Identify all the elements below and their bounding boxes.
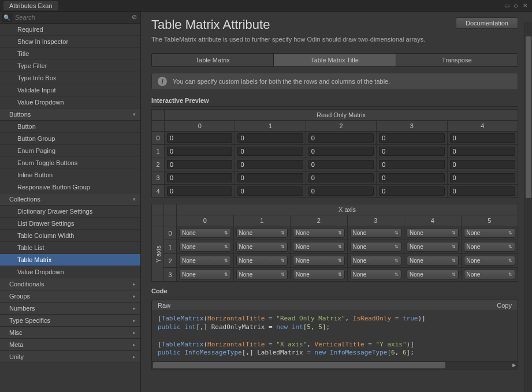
- matrix-cell[interactable]: [379, 173, 444, 182]
- dropdown-arrow-icon: ⇅: [452, 230, 456, 236]
- sidebar-item[interactable]: Responsive Button Group: [0, 181, 140, 193]
- h-scrollbar-thumb[interactable]: [153, 362, 445, 368]
- matrix-dropdown[interactable]: None⇅: [464, 242, 516, 252]
- matrix-dropdown[interactable]: None⇅: [407, 242, 459, 252]
- window-tab[interactable]: Attributes Exan: [3, 1, 58, 10]
- sidebar-item[interactable]: Inline Button: [0, 169, 140, 181]
- matrix-cell[interactable]: [450, 186, 515, 196]
- sidebar-item[interactable]: List Drawer Settings: [0, 218, 140, 230]
- sidebar-category[interactable]: Meta▸: [0, 339, 140, 351]
- tab-btn[interactable]: Transpose: [396, 54, 518, 66]
- matrix-dropdown[interactable]: None⇅: [179, 242, 231, 252]
- sidebar-item[interactable]: Value Dropdown: [0, 96, 140, 109]
- dropdown-arrow-icon: ⇅: [281, 258, 285, 263]
- copy-button[interactable]: Copy: [491, 300, 518, 311]
- matrix-dropdown[interactable]: None⇅: [350, 242, 402, 252]
- matrix-cell[interactable]: [308, 133, 374, 143]
- matrix-cell[interactable]: [237, 173, 303, 182]
- code-title: Code: [151, 288, 518, 297]
- sidebar-item[interactable]: Required: [0, 24, 140, 36]
- sidebar-category[interactable]: Groups▸: [0, 290, 140, 303]
- tab-btn[interactable]: Table Matrix Title: [274, 54, 396, 66]
- sidebar-item[interactable]: Type Info Box: [0, 72, 140, 84]
- documentation-button[interactable]: Documentation: [456, 17, 518, 29]
- sidebar-category[interactable]: Collections▾: [0, 193, 140, 206]
- matrix-dropdown[interactable]: None⇅: [464, 270, 516, 279]
- matrix-cell[interactable]: [237, 186, 303, 196]
- search-input[interactable]: [12, 12, 130, 23]
- matrix-cell[interactable]: [379, 160, 444, 169]
- matrix-cell[interactable]: [308, 160, 374, 169]
- matrix-dropdown[interactable]: None⇅: [236, 228, 288, 238]
- sidebar-item[interactable]: Type Filter: [0, 60, 140, 72]
- matrix-dropdown[interactable]: None⇅: [293, 242, 345, 252]
- info-box: i You can specify custom labels for both…: [151, 73, 518, 90]
- close-icon[interactable]: ✕: [522, 2, 529, 9]
- code-h-scrollbar[interactable]: ◀ ▶: [151, 361, 518, 369]
- matrix-dropdown[interactable]: None⇅: [350, 270, 402, 279]
- matrix-cell[interactable]: [450, 160, 515, 169]
- matrix-dropdown[interactable]: None⇅: [350, 256, 402, 266]
- sidebar-item[interactable]: Enum Paging: [0, 145, 140, 157]
- matrix-cell[interactable]: [379, 147, 444, 156]
- sidebar-category[interactable]: Conditionals▸: [0, 278, 140, 290]
- sidebar-item[interactable]: Table List: [0, 242, 140, 254]
- sidebar-item[interactable]: Title: [0, 48, 140, 60]
- sidebar-category[interactable]: Misc▸: [0, 327, 140, 339]
- sidebar-item[interactable]: Value Dropdown: [0, 266, 140, 278]
- matrix-cell[interactable]: [450, 173, 515, 182]
- matrix-cell[interactable]: [237, 133, 303, 143]
- matrix-dropdown[interactable]: None⇅: [293, 270, 345, 279]
- matrix-cell[interactable]: [450, 133, 515, 143]
- sidebar-item[interactable]: Table Column Width: [0, 230, 140, 242]
- matrix-dropdown[interactable]: None⇅: [236, 242, 288, 252]
- matrix-cell[interactable]: [167, 160, 232, 169]
- dropdown-arrow-icon: ⇅: [224, 244, 228, 249]
- matrix-cell[interactable]: [379, 133, 444, 143]
- matrix-cell[interactable]: [167, 147, 232, 156]
- matrix-dropdown[interactable]: None⇅: [407, 270, 459, 279]
- tab-btn[interactable]: Table Matrix: [152, 54, 274, 66]
- sidebar-item[interactable]: Validate Input: [0, 84, 140, 96]
- search-icon[interactable]: 🔍: [2, 13, 12, 22]
- matrix-cell[interactable]: [308, 186, 374, 196]
- sidebar-item[interactable]: Table Matrix: [0, 254, 140, 266]
- matrix-cell[interactable]: [167, 173, 232, 182]
- clear-search-icon[interactable]: ⊘: [130, 13, 138, 21]
- sidebar-category[interactable]: Unity▸: [0, 351, 140, 363]
- dropdown-arrow-icon: ⇅: [395, 258, 399, 263]
- sidebar-item[interactable]: Enum Toggle Buttons: [0, 157, 140, 169]
- matrix-dropdown[interactable]: None⇅: [179, 256, 231, 266]
- matrix-dropdown[interactable]: None⇅: [179, 270, 231, 279]
- sidebar-item[interactable]: Dictionary Drawer Settings: [0, 206, 140, 218]
- matrix-cell[interactable]: [237, 147, 303, 156]
- matrix-cell[interactable]: [167, 186, 232, 196]
- scroll-right-icon[interactable]: ▶: [511, 361, 518, 369]
- matrix-dropdown[interactable]: None⇅: [407, 256, 459, 266]
- matrix-dropdown[interactable]: None⇅: [350, 228, 402, 238]
- maximize-icon[interactable]: ◇: [512, 2, 519, 9]
- sidebar-item[interactable]: Button Group: [0, 133, 140, 145]
- matrix-dropdown[interactable]: None⇅: [464, 256, 516, 266]
- sidebar-category[interactable]: Type Specifics▸: [0, 315, 140, 327]
- matrix-dropdown[interactable]: None⇅: [293, 228, 345, 238]
- matrix-cell[interactable]: [308, 147, 374, 156]
- matrix-cell[interactable]: [308, 173, 374, 182]
- matrix-cell[interactable]: [450, 147, 515, 156]
- matrix-cell[interactable]: [379, 186, 444, 196]
- raw-button[interactable]: Raw: [152, 300, 176, 311]
- matrix-dropdown[interactable]: None⇅: [407, 228, 459, 238]
- sidebar-item[interactable]: Button: [0, 121, 140, 133]
- matrix-cell[interactable]: [237, 160, 303, 169]
- matrix-dropdown[interactable]: None⇅: [293, 256, 345, 266]
- chevron-icon: ▸: [133, 354, 136, 360]
- matrix-dropdown[interactable]: None⇅: [179, 228, 231, 238]
- matrix-dropdown[interactable]: None⇅: [236, 270, 288, 279]
- matrix-cell[interactable]: [167, 133, 232, 143]
- sidebar-category[interactable]: Numbers▸: [0, 303, 140, 315]
- matrix-dropdown[interactable]: None⇅: [236, 256, 288, 266]
- sidebar-category[interactable]: Buttons▾: [0, 109, 140, 121]
- matrix-dropdown[interactable]: None⇅: [464, 228, 516, 238]
- sidebar-item[interactable]: Show In Inspector: [0, 36, 140, 48]
- minimize-icon[interactable]: ▭: [503, 2, 510, 9]
